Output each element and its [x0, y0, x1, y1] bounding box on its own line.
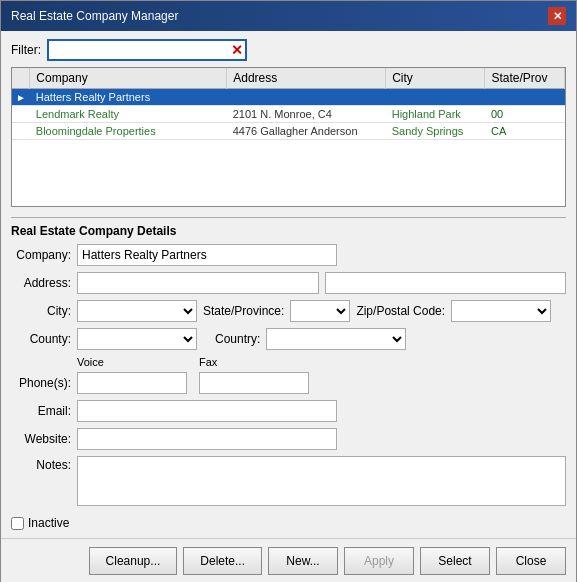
table-row[interactable]: ► Hatters Realty Partners [12, 89, 565, 106]
close-icon[interactable]: ✕ [548, 7, 566, 25]
col-company: Company [30, 68, 227, 89]
email-row: Email: [11, 400, 566, 422]
filter-clear-button[interactable]: ✕ [229, 43, 245, 57]
filter-row: Filter: ✕ [11, 39, 566, 61]
new-button[interactable]: New... [268, 547, 338, 575]
email-input[interactable] [77, 400, 337, 422]
county-label: County: [11, 332, 71, 346]
notes-textarea[interactable] [77, 456, 566, 506]
phone-labels-row: Voice Fax [11, 356, 566, 368]
col-address: Address [227, 68, 386, 89]
title-bar: Real Estate Company Manager ✕ [1, 1, 576, 31]
content-area: Filter: ✕ Company Address City State/Pro… [1, 31, 576, 538]
notes-label: Notes: [11, 456, 71, 472]
row-state: 00 [485, 106, 565, 123]
row-state: CA [485, 123, 565, 140]
county-country-row: County: Country: [11, 328, 566, 350]
company-table: Company Address City State/Prov ► Hatter… [12, 68, 565, 140]
zip-label: Zip/Postal Code: [356, 304, 445, 318]
website-label: Website: [11, 432, 71, 446]
table-row[interactable]: Bloomingdale Properties 4476 Gallagher A… [12, 123, 565, 140]
filter-input[interactable] [47, 39, 247, 61]
window-title: Real Estate Company Manager [11, 9, 178, 23]
address2-input[interactable] [325, 272, 567, 294]
col-arrow [12, 68, 30, 89]
address1-input[interactable] [77, 272, 319, 294]
inactive-label: Inactive [28, 516, 69, 530]
table-row[interactable]: Lendmark Realty 2101 N. Monroe, C4 Highl… [12, 106, 565, 123]
inactive-checkbox[interactable] [11, 517, 24, 530]
row-city: Sandy Springs [386, 123, 485, 140]
row-city: Highland Park [386, 106, 485, 123]
address-label: Address: [11, 276, 71, 290]
button-bar: Cleanup... Delete... New... Apply Select… [1, 538, 576, 582]
email-label: Email: [11, 404, 71, 418]
company-label: Company: [11, 248, 71, 262]
row-address: 4476 Gallagher Anderson [227, 123, 386, 140]
country-select[interactable] [266, 328, 406, 350]
notes-row: Notes: [11, 456, 566, 506]
city-label: City: [11, 304, 71, 318]
main-window: Real Estate Company Manager ✕ Filter: ✕ … [0, 0, 577, 582]
row-arrow [12, 123, 30, 140]
cleanup-button[interactable]: Cleanup... [89, 547, 178, 575]
delete-button[interactable]: Delete... [183, 547, 262, 575]
row-address [227, 89, 386, 106]
close-button[interactable]: Close [496, 547, 566, 575]
col-state: State/Prov [485, 68, 565, 89]
phone-row: Phone(s): [11, 372, 566, 394]
apply-button[interactable]: Apply [344, 547, 414, 575]
company-row: Company: [11, 244, 566, 266]
zip-select[interactable] [451, 300, 551, 322]
state-select[interactable] [290, 300, 350, 322]
row-city [386, 89, 485, 106]
fax-label: Fax [199, 356, 309, 368]
row-company: Lendmark Realty [30, 106, 227, 123]
table-header-row: Company Address City State/Prov [12, 68, 565, 89]
row-company: Bloomingdale Properties [30, 123, 227, 140]
voice-label: Voice [77, 356, 187, 368]
website-input[interactable] [77, 428, 337, 450]
company-input[interactable] [77, 244, 337, 266]
filter-label: Filter: [11, 43, 41, 57]
col-city: City [386, 68, 485, 89]
city-state-zip-row: City: State/Province: Zip/Postal Code: [11, 300, 566, 322]
phone-label: Phone(s): [11, 376, 71, 390]
state-label: State/Province: [203, 304, 284, 318]
country-label: Country: [215, 332, 260, 346]
inactive-row: Inactive [11, 516, 566, 530]
city-select[interactable] [77, 300, 197, 322]
row-company: Hatters Realty Partners [30, 89, 227, 106]
county-select[interactable] [77, 328, 197, 350]
details-section-title: Real Estate Company Details [11, 217, 566, 238]
row-arrow [12, 106, 30, 123]
row-arrow: ► [12, 89, 30, 106]
fax-input[interactable] [199, 372, 309, 394]
row-address: 2101 N. Monroe, C4 [227, 106, 386, 123]
address-row: Address: [11, 272, 566, 294]
select-button[interactable]: Select [420, 547, 490, 575]
row-state [485, 89, 565, 106]
filter-input-wrap: ✕ [47, 39, 247, 61]
company-table-container: Company Address City State/Prov ► Hatter… [11, 67, 566, 207]
website-row: Website: [11, 428, 566, 450]
voice-input[interactable] [77, 372, 187, 394]
